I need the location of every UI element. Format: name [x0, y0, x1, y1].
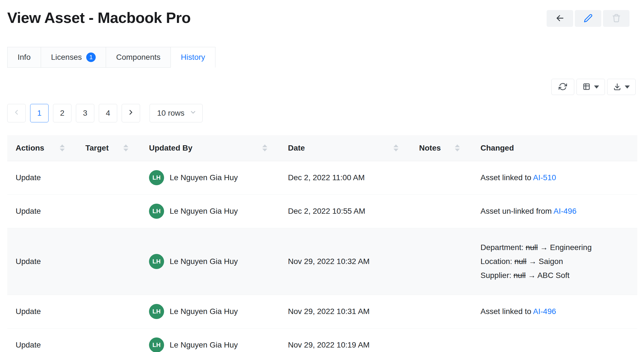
page-header: View Asset - Macbook Pro [0, 0, 644, 27]
avatar: LH [149, 304, 164, 319]
column-header-date[interactable]: Date [280, 135, 411, 161]
history-table-body: UpdateLHLe Nguyen Gia HuyDec 2, 2022 11:… [7, 161, 637, 352]
changed-text: Department: [480, 243, 526, 252]
column-label: Target [85, 144, 109, 153]
avatar: LH [149, 204, 164, 219]
rows-per-page-select[interactable]: 10 rows [150, 104, 203, 122]
changed-old-value: null [514, 257, 527, 266]
table-row: UpdateLHLe Nguyen Gia HuyDec 2, 2022 11:… [7, 161, 637, 194]
user-name: Le Nguyen Gia Huy [170, 207, 238, 216]
action-cell: Update [7, 194, 77, 228]
updated-by-cell: LHLe Nguyen Gia Huy [141, 228, 280, 295]
changed-text: Asset linked to [480, 173, 533, 182]
history-table: Actions Target Updated By Date Notes Cha… [7, 135, 637, 352]
changed-line: Supplier: null → ABC Soft [480, 268, 629, 282]
date-cell: Dec 2, 2022 10:55 AM [280, 194, 411, 228]
changed-cell [472, 328, 637, 352]
date-cell: Nov 29, 2022 10:31 AM [280, 295, 411, 328]
rows-per-page-value: 10 rows [157, 109, 184, 118]
notes-cell [411, 328, 472, 352]
tabs: Info Licenses 1 Components History [7, 47, 644, 68]
pagination-prev-button[interactable] [7, 104, 26, 122]
changed-link[interactable]: AI-496 [533, 307, 556, 316]
column-label: Date [288, 144, 305, 153]
table-row: UpdateLHLe Nguyen Gia HuyDec 2, 2022 10:… [7, 194, 637, 228]
column-header-actions[interactable]: Actions [7, 135, 77, 161]
date-cell: Dec 2, 2022 11:00 AM [280, 161, 411, 194]
changed-text: Location: [480, 257, 514, 266]
pagination-page-3[interactable]: 3 [76, 104, 94, 122]
refresh-button[interactable] [551, 79, 574, 95]
arrow-left-icon [556, 14, 564, 23]
changed-link[interactable]: AI-496 [553, 207, 576, 215]
changed-cell: Asset un-linked from AI-496 [472, 194, 637, 228]
changed-line: Asset linked to AI-510 [480, 171, 629, 185]
date-cell: Nov 29, 2022 10:32 AM [280, 228, 411, 295]
pagination-page-2[interactable]: 2 [53, 104, 71, 122]
licenses-count-badge: 1 [86, 53, 96, 62]
column-label: Updated By [149, 144, 193, 153]
tab-licenses[interactable]: Licenses 1 [41, 47, 106, 68]
notes-cell [411, 194, 472, 228]
changed-line: Asset un-linked from AI-496 [480, 204, 629, 218]
changed-link[interactable]: AI-510 [533, 173, 556, 182]
sort-icon [393, 144, 398, 151]
user-name: Le Nguyen Gia Huy [170, 173, 238, 182]
chevron-down-icon [189, 109, 197, 118]
tab-label: Components [116, 53, 160, 62]
target-cell [77, 161, 141, 194]
changed-text: → Engineering [538, 243, 592, 252]
sort-icon [60, 144, 65, 151]
sort-icon [455, 144, 460, 151]
changed-text: Asset linked to [480, 307, 533, 316]
changed-line: Asset linked to AI-496 [480, 305, 629, 318]
columns-button[interactable] [576, 79, 605, 95]
avatar: LH [149, 254, 164, 269]
action-cell: Update [7, 228, 77, 295]
tab-components[interactable]: Components [106, 47, 171, 68]
tab-history[interactable]: History [170, 47, 215, 68]
user-name: Le Nguyen Gia Huy [170, 257, 238, 266]
column-label: Changed [480, 144, 514, 153]
column-header-changed: Changed [472, 135, 637, 161]
column-header-notes[interactable]: Notes [411, 135, 472, 161]
tab-label: History [181, 53, 205, 62]
table-columns-icon [582, 82, 591, 92]
table-row: UpdateLHLe Nguyen Gia HuyNov 29, 2022 10… [7, 328, 637, 352]
trash-icon [612, 14, 621, 23]
changed-text: → ABC Soft [526, 271, 569, 280]
table-row: UpdateLHLe Nguyen Gia HuyNov 29, 2022 10… [7, 295, 637, 328]
tab-info[interactable]: Info [7, 47, 41, 68]
pagination-page-1[interactable]: 1 [30, 104, 49, 122]
back-button[interactable] [547, 10, 573, 27]
page-title: View Asset - Macbook Pro [7, 9, 191, 26]
user-name: Le Nguyen Gia Huy [170, 341, 238, 349]
changed-line: Department: null → Engineering [480, 241, 629, 255]
notes-cell [411, 161, 472, 194]
chevron-left-icon [13, 108, 20, 118]
changed-line: Location: null → Saigon [480, 255, 629, 268]
delete-button[interactable] [603, 10, 629, 27]
pagination-next-button[interactable] [122, 104, 140, 122]
export-button[interactable] [607, 79, 636, 95]
action-cell: Update [7, 295, 77, 328]
column-header-target[interactable]: Target [77, 135, 141, 161]
notes-cell [411, 228, 472, 295]
header-actions [547, 10, 629, 27]
caret-down-icon [594, 85, 599, 89]
edit-button[interactable] [575, 10, 601, 27]
target-cell [77, 228, 141, 295]
tab-label: Licenses [51, 53, 82, 62]
sort-icon [262, 144, 267, 151]
target-cell [77, 194, 141, 228]
updated-by-cell: LHLe Nguyen Gia Huy [141, 328, 280, 352]
caret-down-icon [625, 85, 630, 89]
pagination: 1 2 3 4 10 rows [7, 104, 644, 122]
column-label: Notes [419, 144, 441, 153]
notes-cell [411, 295, 472, 328]
updated-by-cell: LHLe Nguyen Gia Huy [141, 194, 280, 228]
column-header-updated-by[interactable]: Updated By [141, 135, 280, 161]
changed-old-value: null [526, 243, 538, 252]
changed-text: Asset un-linked from [480, 207, 553, 215]
pagination-page-4[interactable]: 4 [99, 104, 117, 122]
